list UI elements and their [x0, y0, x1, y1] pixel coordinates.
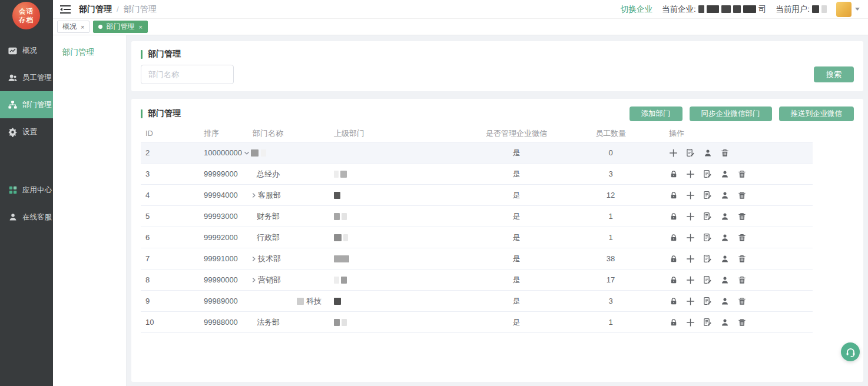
edit-icon[interactable] — [703, 318, 712, 327]
delete-icon[interactable] — [737, 212, 746, 221]
collapse-menu-icon[interactable] — [60, 5, 71, 14]
add-subdepartment-icon[interactable] — [686, 191, 695, 199]
lock-icon[interactable] — [669, 275, 678, 284]
add-subdepartment-icon[interactable] — [686, 254, 695, 263]
members-icon[interactable] — [720, 297, 729, 305]
delete-icon[interactable] — [737, 233, 746, 242]
members-icon[interactable] — [703, 148, 712, 157]
delete-icon[interactable] — [737, 254, 746, 263]
add-subdepartment-icon[interactable] — [686, 318, 695, 327]
sidebar-item-app-center[interactable]: 应用中心 — [0, 177, 53, 204]
edit-icon[interactable] — [703, 254, 712, 263]
members-icon[interactable] — [720, 318, 729, 327]
user-avatar[interactable] — [836, 2, 852, 17]
delete-icon[interactable] — [737, 297, 746, 305]
edit-icon[interactable] — [703, 169, 712, 178]
lock-icon[interactable] — [669, 254, 678, 263]
lock-icon[interactable] — [669, 212, 678, 221]
edit-icon[interactable] — [703, 212, 712, 221]
lock-icon[interactable] — [669, 318, 678, 327]
delete-icon[interactable] — [737, 275, 746, 284]
table-row[interactable]: 499994000客服部是12 — [141, 185, 813, 206]
add-subdepartment-icon[interactable] — [669, 148, 678, 157]
search-card: 部门管理 搜索 — [131, 41, 863, 91]
members-icon[interactable] — [720, 212, 729, 221]
headset-icon — [845, 347, 856, 358]
chevron-down-icon[interactable] — [855, 8, 860, 11]
members-icon[interactable] — [720, 169, 729, 178]
cell-sort: 99992000 — [200, 233, 243, 242]
table-row[interactable]: 2100000000是0 — [141, 142, 813, 164]
edit-icon[interactable] — [703, 191, 712, 199]
search-button[interactable]: 搜索 — [814, 66, 854, 82]
chevron-right-icon[interactable] — [250, 277, 257, 284]
lock-icon[interactable] — [669, 191, 678, 199]
table-row[interactable]: 1099988000法务部是1 — [141, 312, 813, 333]
edit-icon[interactable] — [703, 233, 712, 242]
app-window: 会话 存档 概况 员工管理 部门管理 设置 — [0, 0, 868, 386]
sidebar-item-employees[interactable]: 员工管理 — [0, 64, 53, 91]
sync-wecom-departments-button[interactable]: 同步企业微信部门 — [690, 107, 772, 121]
delete-icon[interactable] — [737, 191, 746, 199]
table-row[interactable]: 799991000技术部是38 — [141, 248, 813, 269]
cell-id: 7 — [141, 254, 200, 263]
chevron-right-icon[interactable] — [250, 255, 257, 262]
lock-icon[interactable] — [669, 297, 678, 305]
cell-parent-department — [334, 234, 469, 241]
app-logo[interactable]: 会话 存档 — [12, 2, 40, 29]
switch-company-link[interactable]: 切换企业 — [621, 4, 652, 15]
edit-icon[interactable] — [703, 297, 712, 305]
cell-parent-department — [334, 277, 469, 284]
edit-icon[interactable] — [703, 275, 712, 284]
push-to-wecom-button[interactable]: 推送到企业微信 — [779, 107, 854, 121]
table-row[interactable]: 999989000科技是3 — [141, 291, 813, 312]
edit-icon[interactable] — [686, 148, 695, 157]
chevron-right-icon[interactable] — [250, 192, 257, 199]
add-subdepartment-icon[interactable] — [686, 233, 695, 242]
table-row[interactable]: 399999000总经办是3 — [141, 164, 813, 185]
sidebar-item-overview[interactable]: 概况 — [0, 37, 53, 64]
add-subdepartment-icon[interactable] — [686, 275, 695, 284]
column-header-actions: 操作 — [658, 128, 813, 139]
online-support-fab[interactable] — [841, 342, 860, 361]
add-subdepartment-icon[interactable] — [686, 212, 695, 221]
add-subdepartment-icon[interactable] — [686, 297, 695, 305]
lock-icon[interactable] — [669, 233, 678, 242]
sidebar-item-online-support[interactable]: 在线客服 — [0, 204, 53, 231]
add-department-button[interactable]: 添加部门 — [630, 107, 683, 121]
table-body: 2100000000是0399999000总经办是3499994000客服部是1… — [141, 142, 813, 333]
members-icon[interactable] — [720, 275, 729, 284]
tab-overview[interactable]: 概况 × — [57, 21, 90, 33]
cell-employee-count: 17 — [564, 275, 658, 284]
tab-departments[interactable]: 部门管理 × — [93, 21, 147, 33]
cell-wecom-managed: 是 — [469, 211, 564, 222]
table-row[interactable]: 899990000营销部是17 — [141, 269, 813, 291]
sidebar-item-departments[interactable]: 部门管理 — [0, 91, 53, 118]
table-row[interactable]: 599993000财务部是1 — [141, 206, 813, 227]
members-icon[interactable] — [720, 233, 729, 242]
active-tab-dot — [98, 25, 102, 29]
submenu-item-departments[interactable]: 部门管理 — [53, 35, 126, 58]
cell-actions — [658, 297, 813, 305]
delete-icon[interactable] — [720, 148, 729, 157]
sidebar: 会话 存档 概况 员工管理 部门管理 设置 — [0, 0, 53, 386]
chevron-down-icon[interactable] — [243, 149, 250, 157]
add-subdepartment-icon[interactable] — [686, 169, 695, 178]
cell-parent-department — [334, 298, 469, 305]
sidebar-item-settings[interactable]: 设置 — [0, 118, 53, 145]
breadcrumb-current[interactable]: 部门管理 — [79, 4, 112, 15]
members-icon[interactable] — [720, 191, 729, 199]
delete-icon[interactable] — [737, 318, 746, 327]
cell-department-name: 行政部 — [243, 232, 334, 243]
close-tab-icon[interactable]: × — [81, 24, 84, 31]
members-icon[interactable] — [720, 254, 729, 263]
column-header-name: 部门名称 — [243, 128, 334, 139]
department-name-input[interactable] — [141, 65, 234, 84]
lock-icon[interactable] — [669, 169, 678, 178]
cell-parent-department — [334, 319, 469, 326]
table-row[interactable]: 699992000行政部是1 — [141, 227, 813, 248]
close-tab-icon[interactable]: × — [138, 24, 142, 31]
user-menu[interactable] — [836, 2, 860, 17]
redacted-text — [297, 298, 304, 305]
delete-icon[interactable] — [737, 169, 746, 178]
